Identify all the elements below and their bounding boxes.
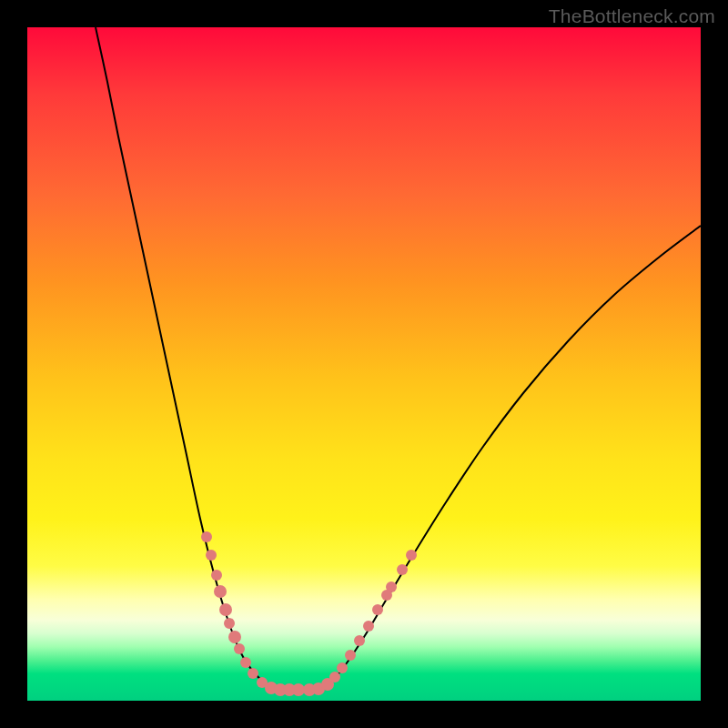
bottleneck-curve (96, 27, 701, 691)
data-point (337, 662, 348, 673)
data-point (329, 672, 340, 682)
data-point (372, 604, 383, 615)
data-point (240, 657, 251, 668)
data-point (354, 635, 365, 646)
data-point (201, 531, 212, 542)
data-point (345, 650, 356, 661)
data-point (228, 631, 241, 643)
data-point (406, 550, 417, 561)
watermark-text: TheBottleneck.com (549, 5, 715, 27)
data-point (386, 581, 397, 592)
chart-svg (27, 27, 701, 701)
curve-path (96, 27, 701, 691)
data-point (214, 585, 227, 598)
data-point (397, 564, 408, 575)
data-point (211, 570, 222, 581)
data-point (219, 603, 232, 616)
data-point (292, 683, 305, 696)
plot-area (27, 27, 701, 701)
data-point (248, 668, 258, 679)
data-point (234, 643, 245, 654)
data-markers (201, 531, 417, 696)
data-point (224, 618, 235, 629)
data-point (206, 550, 217, 561)
chart-container: TheBottleneck.com (0, 0, 728, 728)
data-point (363, 621, 374, 632)
